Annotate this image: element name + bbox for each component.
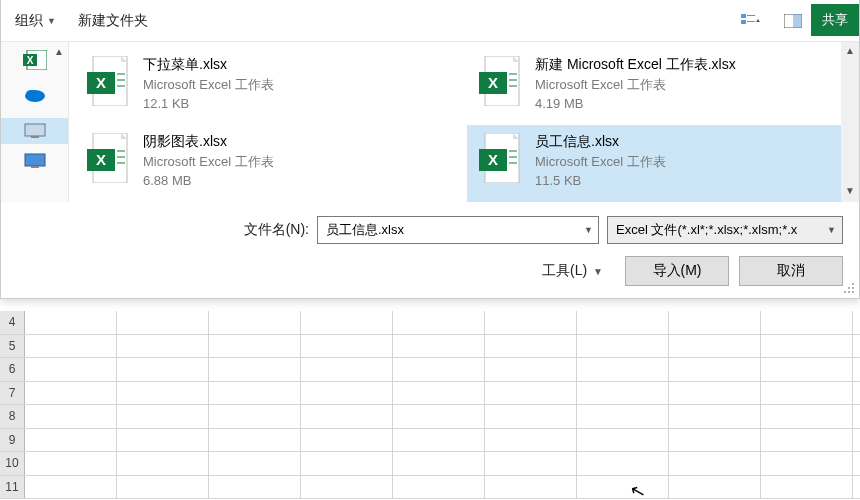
row-header[interactable]: 11 [0, 476, 25, 499]
file-type-filter[interactable]: Excel 文件(*.xl*;*.xlsx;*.xlsm;*.x ▼ [607, 216, 843, 244]
file-item[interactable]: X 下拉菜单.xlsx Microsoft Excel 工作表 12.1 KB [75, 48, 467, 125]
sheet-row[interactable]: 8 [0, 405, 860, 429]
file-type: Microsoft Excel 工作表 [535, 76, 736, 94]
file-size: 12.1 KB [143, 96, 274, 111]
svg-point-42 [848, 287, 850, 289]
scroll-up-icon[interactable]: ▲ [845, 45, 855, 59]
file-type: Microsoft Excel 工作表 [143, 153, 274, 171]
filter-text: Excel 文件(*.xl*;*.xlsx;*.xlsm;*.x [616, 221, 797, 239]
excel-file-icon: X [87, 56, 131, 106]
svg-point-12 [26, 90, 36, 98]
dialog-bottom: 文件名(N): ▼ Excel 文件(*.xl*;*.xlsx;*.xlsm;*… [1, 202, 859, 298]
sheet-row[interactable]: 4 [0, 311, 860, 335]
svg-rect-1 [747, 15, 755, 16]
svg-point-41 [852, 283, 854, 285]
svg-rect-16 [31, 166, 39, 168]
svg-text:X: X [26, 55, 33, 66]
sheet-row[interactable]: 9 [0, 429, 860, 453]
scroll-down-icon[interactable]: ▼ [845, 185, 855, 199]
chevron-down-icon: ▼ [827, 225, 836, 235]
svg-rect-13 [25, 124, 45, 136]
excel-app-icon[interactable]: X [23, 50, 47, 70]
dialog-toolbar: 组织 ▼ 新建文件夹 ? [1, 0, 859, 42]
organize-button[interactable]: 组织 ▼ [11, 8, 60, 34]
file-name: 员工信息.xlsx [535, 133, 666, 151]
new-folder-button[interactable]: 新建文件夹 [74, 8, 152, 34]
preview-pane-button[interactable] [779, 7, 807, 35]
file-list: X 下拉菜单.xlsx Microsoft Excel 工作表 12.1 KB … [69, 42, 859, 202]
onedrive-icon[interactable] [23, 84, 47, 104]
sheet-row[interactable]: 7 [0, 382, 860, 406]
row-header[interactable]: 5 [0, 335, 25, 358]
file-name: 下拉菜单.xlsx [143, 56, 274, 74]
svg-point-46 [852, 291, 854, 293]
file-size: 11.5 KB [535, 173, 666, 188]
chevron-down-icon: ▼ [593, 266, 603, 277]
svg-point-45 [848, 291, 850, 293]
sheet-row[interactable]: 10 [0, 452, 860, 476]
file-type: Microsoft Excel 工作表 [535, 153, 666, 171]
sheet-row[interactable]: 6 [0, 358, 860, 382]
svg-text:X: X [488, 151, 498, 168]
file-name: 阴影图表.xlsx [143, 133, 274, 151]
sheet-row[interactable]: 5 [0, 335, 860, 359]
nav-pane: ▲ X [1, 42, 69, 202]
cancel-button[interactable]: 取消 [739, 256, 843, 286]
excel-file-icon: X [479, 133, 523, 183]
row-header[interactable]: 8 [0, 405, 25, 428]
file-list-scrollbar[interactable]: ▲ ▼ [841, 42, 859, 202]
svg-rect-0 [741, 14, 746, 18]
svg-text:X: X [488, 74, 498, 91]
nav-scroll-up[interactable]: ▲ [54, 46, 64, 57]
file-item[interactable]: X 新建 Microsoft Excel 工作表.xlsx Microsoft … [467, 48, 859, 125]
tools-dropdown[interactable]: 工具(L) ▼ [542, 262, 603, 280]
svg-point-43 [852, 287, 854, 289]
view-options-button[interactable] [737, 7, 765, 35]
svg-rect-2 [741, 20, 746, 24]
row-header[interactable]: 10 [0, 452, 25, 475]
share-button[interactable]: 共享 [811, 4, 859, 36]
svg-rect-3 [747, 21, 755, 22]
new-folder-label: 新建文件夹 [78, 12, 148, 30]
resize-grip-icon[interactable] [843, 282, 855, 294]
row-header[interactable]: 4 [0, 311, 25, 334]
filename-input[interactable] [317, 216, 599, 244]
thispc-icon[interactable] [1, 118, 68, 144]
tools-label: 工具(L) [542, 262, 587, 280]
file-item[interactable]: X 员工信息.xlsx Microsoft Excel 工作表 11.5 KB [467, 125, 859, 202]
excel-file-icon: X [479, 56, 523, 106]
excel-file-icon: X [87, 133, 131, 183]
file-name: 新建 Microsoft Excel 工作表.xlsx [535, 56, 736, 74]
filename-label: 文件名(N): [244, 221, 309, 239]
chevron-down-icon: ▼ [47, 16, 56, 26]
sheet-row[interactable]: 11 [0, 476, 860, 500]
file-type: Microsoft Excel 工作表 [143, 76, 274, 94]
file-item[interactable]: X 阴影图表.xlsx Microsoft Excel 工作表 6.88 MB [75, 125, 467, 202]
file-size: 6.88 MB [143, 173, 274, 188]
list-view-icon [741, 13, 761, 29]
preview-pane-icon [784, 14, 802, 28]
network-icon[interactable] [23, 152, 47, 172]
svg-rect-15 [25, 154, 45, 166]
svg-text:X: X [96, 74, 106, 91]
dialog-body: ▲ X X 下拉菜单.xlsx Microsoft Excel 工作表 12.1 [1, 42, 859, 202]
row-header[interactable]: 9 [0, 429, 25, 452]
svg-rect-5 [793, 14, 802, 28]
file-open-dialog: 共享 组织 ▼ 新建文件夹 ? [0, 0, 860, 299]
svg-rect-14 [31, 136, 39, 138]
organize-label: 组织 [15, 12, 43, 30]
file-size: 4.19 MB [535, 96, 736, 111]
row-header[interactable]: 7 [0, 382, 25, 405]
import-button[interactable]: 导入(M) [625, 256, 729, 286]
svg-text:X: X [96, 151, 106, 168]
spreadsheet-grid[interactable]: 4 5 6 7 8 9 10 11 [0, 311, 860, 500]
svg-point-44 [844, 291, 846, 293]
row-header[interactable]: 6 [0, 358, 25, 381]
